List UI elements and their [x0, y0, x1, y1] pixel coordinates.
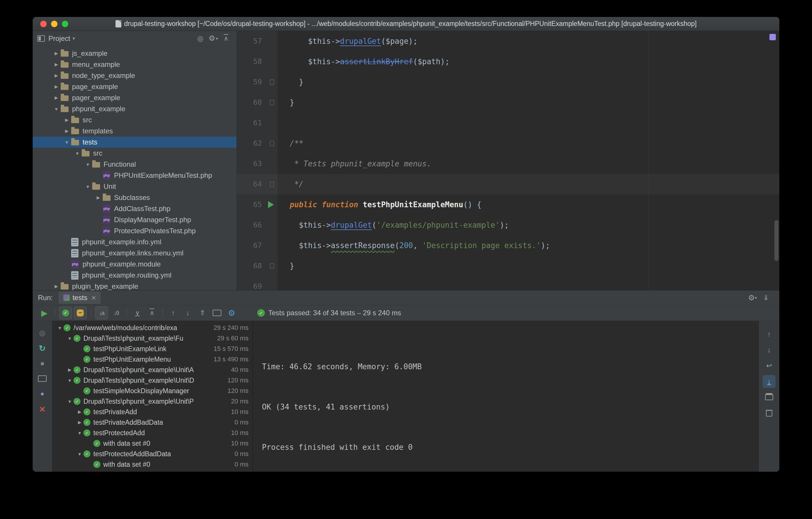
minimize-window-button[interactable]: [51, 21, 57, 27]
zoom-window-button[interactable]: [62, 21, 68, 27]
editor-line-60[interactable]: 60 }: [237, 92, 779, 113]
project-tree-item-PHPUnitExampleMenuTest.php[interactable]: phpPHPUnitExampleMenuTest.php: [33, 170, 236, 181]
editor-line-67[interactable]: 67 $this->assertResponse(200, 'Descripti…: [237, 235, 779, 256]
editor-line-68[interactable]: 68 }: [237, 256, 779, 276]
project-tree-item-menu_example[interactable]: menu_example: [33, 59, 236, 70]
test-tree-item[interactable]: ✓with data set #010 ms: [52, 438, 253, 449]
editor[interactable]: 57 $this->drupalGet($page);58 $this->ass…: [237, 31, 779, 290]
project-tree-item-AddClassTest.php[interactable]: phpAddClassTest.php: [33, 203, 236, 214]
collapse-all-icon[interactable]: [220, 33, 232, 44]
editor-line-63[interactable]: 63 * Tests phpunit_example menus.: [237, 154, 779, 174]
expand-arrow-icon[interactable]: [76, 409, 83, 414]
stop-icon[interactable]: [36, 357, 49, 370]
expand-arrow-icon[interactable]: [66, 367, 74, 373]
project-tree-item-phpunit_example.routing.yml[interactable]: phpunit_example.routing.yml: [33, 270, 236, 281]
sort-alphabetically-icon[interactable]: [95, 306, 108, 319]
expand-arrow-icon[interactable]: [62, 129, 71, 134]
test-tree-item[interactable]: ✓testProtectedAdd10 ms: [52, 428, 253, 438]
project-tree-item-DisplayManagerTest.php[interactable]: phpDisplayManagerTest.php: [33, 214, 236, 225]
test-tree-item[interactable]: ✓testPrivateAdd10 ms: [52, 407, 253, 417]
project-tree-item-Subclasses[interactable]: Subclasses: [33, 192, 236, 203]
project-tree-item-page_example[interactable]: page_example: [33, 81, 236, 92]
show-console-icon[interactable]: [36, 372, 49, 385]
expand-arrow-icon[interactable]: [66, 399, 74, 404]
scroll-to-end-icon[interactable]: [763, 375, 776, 388]
project-tree-item-phpunit_example.info.yml[interactable]: phpunit_example.info.yml: [33, 237, 236, 248]
next-occurrence-icon[interactable]: [181, 306, 194, 319]
expand-arrow-icon[interactable]: [83, 184, 92, 189]
show-ignored-icon[interactable]: [74, 306, 87, 319]
project-tree-item-tests[interactable]: tests: [33, 137, 236, 148]
expand-arrow-icon[interactable]: [52, 73, 61, 78]
expand-arrow-icon[interactable]: [76, 420, 83, 425]
editor-line-59[interactable]: 59 }: [237, 72, 779, 92]
project-tree-item-src[interactable]: src: [33, 148, 236, 159]
fold-marker-icon[interactable]: [270, 100, 274, 105]
test-tree-item[interactable]: ✓testProtectedAddBadData0 ms: [52, 449, 253, 459]
settings-gear-icon[interactable]: [747, 292, 758, 304]
editor-line-69[interactable]: 69: [237, 276, 779, 290]
expand-arrow-icon[interactable]: [76, 431, 83, 436]
expand-arrow-icon[interactable]: [52, 84, 61, 89]
test-tree-item[interactable]: ✓Drupal\Tests\phpunit_example\Unit\A40 m…: [52, 364, 253, 375]
expand-arrow-icon[interactable]: [62, 140, 71, 145]
project-tree-item-Functional[interactable]: Functional: [33, 159, 236, 170]
expand-arrow-icon[interactable]: [52, 284, 61, 289]
fold-marker-icon[interactable]: [270, 141, 274, 146]
fold-marker-icon[interactable]: [270, 79, 274, 85]
editor-line-57[interactable]: 57 $this->drupalGet($page);: [237, 31, 779, 51]
fold-marker-icon[interactable]: [270, 182, 274, 187]
chevron-down-icon[interactable]: ▾: [72, 36, 75, 41]
expand-arrow-icon[interactable]: [73, 151, 82, 156]
expand-all-icon[interactable]: [131, 306, 144, 319]
expand-arrow-icon[interactable]: [52, 107, 61, 111]
project-tree-item-src[interactable]: src: [33, 114, 236, 126]
expand-arrow-icon[interactable]: [83, 162, 92, 167]
project-tree-item-phpunit_example.module[interactable]: phpphpunit_example.module: [33, 258, 236, 270]
editor-line-66[interactable]: 66 $this->drupalGet('/examples/phpunit-e…: [237, 215, 779, 235]
expand-arrow-icon[interactable]: [76, 452, 83, 457]
project-tree-item-node_type_example[interactable]: node_type_example: [33, 70, 236, 81]
previous-occurrence-icon[interactable]: [167, 306, 180, 319]
project-tree-item-js_example[interactable]: js_example: [33, 48, 236, 59]
test-tree-item[interactable]: ✓Drupal\Tests\phpunit_example\Unit\D120 …: [52, 375, 253, 386]
test-tree-item[interactable]: ✓testPhpUnitExampleMenu13 s 490 ms: [52, 354, 253, 364]
clear-all-icon[interactable]: [763, 407, 776, 419]
project-tree-item-ProtectedPrivatesTest.php[interactable]: phpProtectedPrivatesTest.php: [33, 225, 236, 237]
import-test-results-icon[interactable]: [196, 306, 209, 319]
test-tree-item[interactable]: ✓Drupal\Tests\phpunit_example\Fu29 s 60 …: [52, 333, 253, 344]
expand-arrow-icon[interactable]: [56, 325, 64, 330]
close-run-icon[interactable]: [36, 403, 49, 415]
editor-line-65[interactable]: 65 public function testPhpUnitExampleMen…: [237, 194, 779, 215]
show-passed-icon[interactable]: [59, 306, 72, 319]
close-window-button[interactable]: [40, 21, 47, 27]
scroll-up-icon[interactable]: [763, 328, 776, 340]
test-tree-item[interactable]: ✓testPhpUnitExampleLink15 s 570 ms: [52, 344, 253, 354]
test-tree-item[interactable]: ✓with data set #00 ms: [52, 459, 253, 470]
collapse-all2-icon[interactable]: [146, 306, 158, 319]
test-tree-item[interactable]: ✓/var/www/web/modules/contrib/exa29 s 24…: [52, 323, 253, 333]
expand-arrow-icon[interactable]: [94, 195, 103, 200]
editor-line-64[interactable]: 64 */: [237, 174, 779, 194]
rerun-failed-tests-icon[interactable]: [36, 342, 49, 355]
project-tree-item-pager_example[interactable]: pager_example: [33, 92, 236, 103]
test-tree-item[interactable]: ✓testPrivateAddBadData0 ms: [52, 417, 253, 428]
editor-scrollbar[interactable]: [774, 220, 779, 261]
sort-by-duration-icon[interactable]: [110, 306, 122, 319]
editor-line-58[interactable]: 58 $this->assertLinkByHref($path);: [237, 51, 779, 72]
rerun-tests-icon[interactable]: [38, 306, 51, 319]
test-settings-icon[interactable]: [225, 306, 238, 319]
hide-panel-icon[interactable]: [760, 292, 772, 304]
settings-icon[interactable]: [207, 33, 219, 44]
fold-marker-icon[interactable]: [270, 263, 274, 269]
expand-arrow-icon[interactable]: [62, 117, 71, 122]
expand-arrow-icon[interactable]: [66, 378, 74, 383]
select-opened-file-icon[interactable]: [195, 33, 206, 44]
expand-arrow-icon[interactable]: [52, 62, 61, 67]
pin-tab-icon[interactable]: [36, 387, 49, 400]
editor-line-62[interactable]: 62 /**: [237, 133, 779, 154]
soft-wrap-icon[interactable]: [763, 359, 776, 372]
run-test-icon[interactable]: [268, 201, 274, 208]
project-tree-item-phpunit_example[interactable]: phpunit_example: [33, 103, 236, 114]
project-tree-item-Unit[interactable]: Unit: [33, 181, 236, 192]
